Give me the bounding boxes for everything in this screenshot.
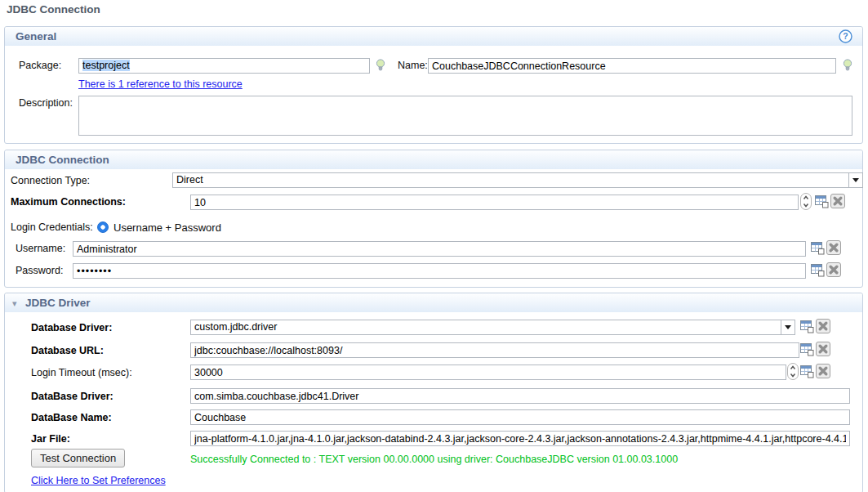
password-field[interactable] [73, 263, 806, 279]
module-property-table-icon[interactable] [800, 343, 814, 360]
clear-x-icon[interactable] [816, 319, 830, 337]
clear-x-icon[interactable] [826, 262, 841, 280]
stepper-icon[interactable] [787, 363, 799, 383]
jar-file-field[interactable] [190, 431, 850, 446]
hint-bulb-icon [376, 59, 385, 75]
module-property-table-icon[interactable] [815, 195, 829, 212]
database-driver-dropdown[interactable]: custom.jdbc.driver [190, 320, 795, 335]
section-jdbc-connection: JDBC Connection Connection Type: Direct … [4, 150, 863, 288]
login-timeout-label: Login Timeout (msec): [31, 365, 132, 381]
module-property-table-icon[interactable] [800, 365, 814, 382]
database-url-label: Database URL: [31, 343, 104, 359]
max-connections-field[interactable] [190, 195, 799, 210]
database-driver-class-label: DataBase Driver: [31, 389, 114, 405]
username-field[interactable] [73, 241, 806, 257]
section-general-title: General [16, 27, 56, 46]
section-jdbc-driver-title: JDBC Driver [25, 293, 91, 312]
name-label: Name: [398, 58, 428, 74]
section-jdbc-connection-header: JDBC Connection [5, 150, 862, 169]
package-field-value: testproject [82, 60, 130, 71]
dropdown-arrow-icon[interactable] [781, 320, 795, 334]
database-name-field[interactable] [190, 409, 850, 425]
description-field[interactable] [78, 96, 852, 136]
page-title: JDBC Connection [7, 3, 100, 16]
jar-file-label: Jar File: [31, 432, 70, 447]
connection-type-dropdown[interactable]: Direct [172, 172, 863, 188]
username-password-radio[interactable] [97, 221, 109, 233]
module-property-table-icon[interactable] [800, 320, 814, 337]
jdbc-connection-editor: JDBC Connection General ? Package: testp… [0, 0, 868, 492]
description-label: Description: [19, 96, 73, 111]
section-jdbc-driver: ▾ JDBC Driver Database Driver: custom.jd… [4, 293, 863, 492]
max-connections-label: Maximum Connections: [11, 195, 126, 210]
section-jdbc-connection-title: JDBC Connection [16, 150, 109, 169]
database-url-field[interactable] [190, 342, 799, 358]
section-general-header: General ? [5, 27, 862, 46]
module-property-table-icon[interactable] [811, 264, 825, 280]
login-credentials-label: Login Credentials: [11, 220, 93, 235]
clear-x-icon[interactable] [816, 342, 830, 360]
help-icon[interactable]: ? [839, 29, 852, 47]
connection-type-label: Connection Type: [11, 173, 90, 189]
database-driver-class-field[interactable] [190, 388, 850, 404]
database-driver-label: Database Driver: [31, 320, 112, 336]
reference-link[interactable]: There is 1 reference to this resource [78, 78, 243, 90]
dropdown-arrow-icon[interactable] [848, 173, 862, 187]
clear-x-icon[interactable] [816, 364, 830, 382]
hint-bulb-icon [843, 59, 852, 75]
database-name-label: DataBase Name: [31, 410, 112, 426]
password-label: Password: [16, 263, 63, 279]
connection-status-message: Successfully Connected to : TEXT version… [190, 454, 678, 465]
username-label: Username: [16, 241, 65, 257]
connection-type-value: Direct [176, 174, 203, 186]
login-timeout-field[interactable] [190, 365, 786, 380]
section-jdbc-driver-header[interactable]: ▾ JDBC Driver [5, 293, 862, 312]
test-connection-button[interactable]: Test Connection [31, 449, 125, 467]
package-field[interactable]: testproject [78, 58, 370, 74]
collapse-triangle-icon[interactable]: ▾ [12, 294, 17, 313]
module-property-table-icon[interactable] [811, 242, 825, 258]
svg-text:?: ? [843, 31, 848, 41]
name-field[interactable] [428, 58, 836, 74]
username-password-radio-label: Username + Password [114, 220, 221, 235]
clear-x-icon[interactable] [826, 240, 841, 258]
package-label: Package: [19, 58, 61, 74]
stepper-icon[interactable] [800, 193, 812, 213]
set-preferences-link[interactable]: Click Here to Set Preferences [31, 475, 166, 486]
database-driver-value: custom.jdbc.driver [194, 321, 277, 333]
clear-x-icon[interactable] [830, 194, 845, 212]
section-general: General ? Package: testproject Name: The… [4, 26, 863, 144]
